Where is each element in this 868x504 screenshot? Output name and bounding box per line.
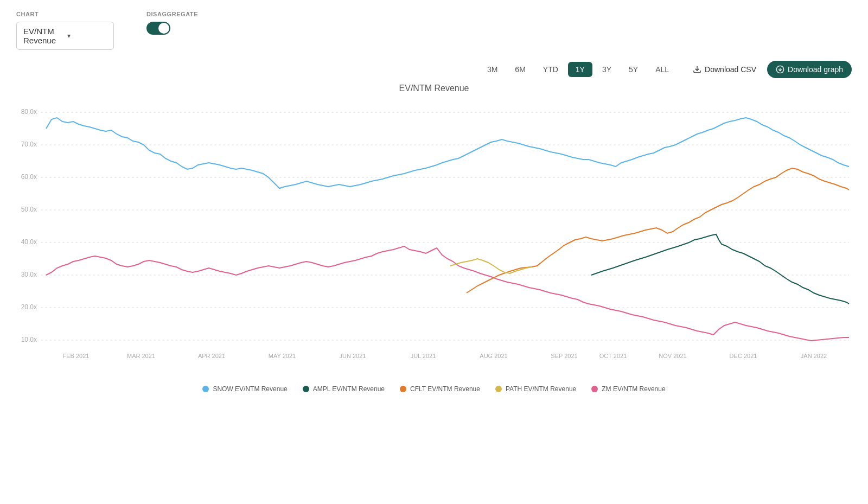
svg-text:SEP 2021: SEP 2021 [551,353,577,359]
svg-text:MAY 2021: MAY 2021 [269,353,296,359]
path-line [450,259,532,273]
disaggregate-label: DISAGGREGATE [146,11,198,17]
svg-text:FEB 2021: FEB 2021 [63,353,90,359]
svg-text:JAN 2022: JAN 2022 [801,353,827,359]
chart-legend: SNOW EV/NTM Revenue AMPL EV/NTM Revenue … [16,385,852,393]
svg-text:JUN 2021: JUN 2021 [340,353,366,359]
cflt-legend-dot [400,386,406,392]
zm-line [46,246,849,341]
download-graph-button[interactable]: Download graph [767,61,852,78]
svg-text:MAR 2021: MAR 2021 [127,353,155,359]
svg-text:APR 2021: APR 2021 [198,353,225,359]
time-btn-all[interactable]: ALL [648,62,676,77]
svg-text:20.0x: 20.0x [21,303,37,311]
download-csv-icon [693,65,701,74]
chart-svg: 80.0x 70.0x 60.0x 50.0x 40.0x 30.0x 20.0… [16,99,852,375]
disaggregate-toggle[interactable] [146,22,170,35]
path-legend-label: PATH EV/NTM Revenue [506,385,576,393]
svg-text:AUG 2021: AUG 2021 [480,353,507,359]
chart-type-select[interactable]: EV/NTM Revenue ▾ [16,22,114,50]
time-btn-6m[interactable]: 6M [507,62,533,77]
download-csv-label: Download CSV [705,65,756,74]
time-range-selector: 3M 6M YTD 1Y 3Y 5Y ALL [480,62,676,77]
download-csv-button[interactable]: Download CSV [693,65,756,74]
snow-legend-dot [202,386,209,392]
legend-item-snow: SNOW EV/NTM Revenue [202,385,287,393]
svg-text:10.0x: 10.0x [21,336,37,343]
time-btn-5y[interactable]: 5Y [621,62,646,77]
chart-area: EV/NTM Revenue 80.0x 70.0x 60.0x 50.0x 4… [16,84,852,387]
chart-select-value: EV/NTM Revenue [23,27,63,45]
svg-text:OCT 2021: OCT 2021 [599,353,627,359]
svg-text:JUL 2021: JUL 2021 [411,353,436,359]
chevron-down-icon: ▾ [67,32,107,40]
zm-legend-label: ZM EV/NTM Revenue [602,385,665,393]
legend-item-cflt: CFLT EV/NTM Revenue [400,385,480,393]
cflt-line [467,168,849,293]
time-btn-3y[interactable]: 3Y [595,62,619,77]
svg-text:50.0x: 50.0x [21,206,37,213]
svg-text:DEC 2021: DEC 2021 [730,353,757,359]
ampl-legend-dot [303,386,309,392]
svg-text:60.0x: 60.0x [21,173,37,181]
cflt-legend-label: CFLT EV/NTM Revenue [410,385,480,393]
time-btn-3m[interactable]: 3M [480,62,505,77]
svg-text:NOV 2021: NOV 2021 [659,353,686,359]
zm-legend-dot [591,386,598,392]
ampl-line [591,234,849,304]
legend-item-zm: ZM EV/NTM Revenue [591,385,665,393]
svg-text:30.0x: 30.0x [21,271,37,278]
time-btn-1y[interactable]: 1Y [568,62,592,77]
svg-text:70.0x: 70.0x [21,141,37,148]
action-buttons: Download CSV Download graph [693,61,852,78]
svg-text:80.0x: 80.0x [21,108,37,116]
snow-legend-label: SNOW EV/NTM Revenue [213,385,287,393]
legend-item-ampl: AMPL EV/NTM Revenue [303,385,385,393]
svg-text:40.0x: 40.0x [21,238,37,246]
chart-title: EV/NTM Revenue [16,84,852,93]
download-graph-icon [776,65,784,74]
chart-container: 80.0x 70.0x 60.0x 50.0x 40.0x 30.0x 20.0… [16,99,852,375]
download-graph-label: Download graph [788,65,843,74]
path-legend-dot [495,386,502,392]
time-btn-ytd[interactable]: YTD [535,62,566,77]
ampl-legend-label: AMPL EV/NTM Revenue [313,385,385,393]
chart-label: CHART [16,11,114,17]
legend-item-path: PATH EV/NTM Revenue [495,385,576,393]
